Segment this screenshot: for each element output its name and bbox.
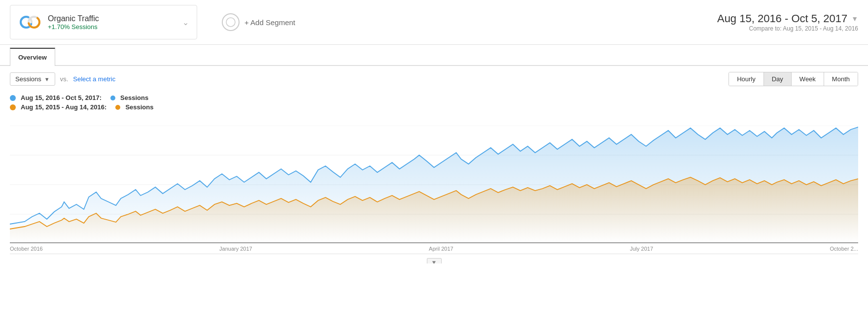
time-buttons: Hourly Day Week Month <box>729 72 858 86</box>
legend-metric-1: Sessions <box>120 94 148 101</box>
legend-row-1: Aug 15, 2016 - Oct 5, 2017: Sessions <box>10 94 858 101</box>
legend-date-1: Aug 15, 2016 - Oct 5, 2017: <box>21 94 102 101</box>
segment-title: Organic Traffic <box>48 14 176 23</box>
legend-dot-orange <box>10 104 16 110</box>
date-range-arrow[interactable]: ▼ <box>851 15 858 23</box>
time-btn-month[interactable]: Month <box>824 72 858 86</box>
chart-controls: Sessions ▼ vs. Select a metric Hourly Da… <box>0 66 868 92</box>
scrollbar-button[interactable]: ▼ <box>427 258 442 263</box>
segment-subtitle: +1.70% Sessions <box>48 23 176 31</box>
date-range-compare: Compare to: Aug 15, 2015 - Aug 14, 2016 <box>717 25 858 32</box>
legend-dot-blue <box>10 95 16 101</box>
scrollbar-area: ▼ <box>10 254 858 263</box>
tabs-bar: Overview <box>0 47 868 66</box>
add-segment-label: + Add Segment <box>244 18 295 27</box>
x-axis: October 2016 January 2017 April 2017 Jul… <box>10 244 858 254</box>
metric-label: Sessions <box>15 75 41 83</box>
x-label-2: January 2017 <box>219 246 252 252</box>
select-metric-link[interactable]: Select a metric <box>73 75 115 83</box>
legend: Aug 15, 2016 - Oct 5, 2017: Sessions Aug… <box>0 92 868 121</box>
chart-container: October 2016 January 2017 April 2017 Jul… <box>0 126 868 263</box>
x-label-1: October 2016 <box>10 246 43 252</box>
segment-icon <box>18 10 42 34</box>
svg-point-4 <box>226 18 235 27</box>
tab-overview[interactable]: Overview <box>10 48 55 66</box>
x-label-3: April 2017 <box>429 246 453 252</box>
top-bar: Organic Traffic +1.70% Sessions ⌄ + Add … <box>0 0 868 45</box>
date-range[interactable]: Aug 15, 2016 - Oct 5, 2017 ▼ Compare to:… <box>717 12 858 32</box>
time-btn-week[interactable]: Week <box>792 72 824 86</box>
add-segment-circle-icon <box>222 13 240 31</box>
legend-dot-orange-circle <box>115 105 120 110</box>
segment-card[interactable]: Organic Traffic +1.70% Sessions ⌄ <box>10 5 197 39</box>
metric-dropdown[interactable]: Sessions ▼ <box>10 72 55 86</box>
vs-label: vs. <box>60 75 69 83</box>
time-btn-hourly[interactable]: Hourly <box>729 72 764 86</box>
legend-row-2: Aug 15, 2015 - Aug 14, 2016: Sessions <box>10 103 858 111</box>
legend-date-2: Aug 15, 2015 - Aug 14, 2016: <box>21 103 106 111</box>
metric-dropdown-arrow-icon: ▼ <box>44 76 50 82</box>
x-label-5: October 2... <box>830 246 858 252</box>
segment-info: Organic Traffic +1.70% Sessions <box>48 14 176 31</box>
chart-area <box>10 126 858 244</box>
x-label-4: July 2017 <box>630 246 653 252</box>
legend-dot-blue-circle <box>110 96 115 100</box>
date-range-main: Aug 15, 2016 - Oct 5, 2017 <box>717 12 847 25</box>
metric-selector: Sessions ▼ vs. Select a metric <box>10 72 115 86</box>
legend-metric-2: Sessions <box>125 103 153 111</box>
time-btn-day[interactable]: Day <box>764 72 792 86</box>
segment-dropdown-arrow[interactable]: ⌄ <box>182 18 189 27</box>
add-segment-button[interactable]: + Add Segment <box>207 8 315 36</box>
chart-svg <box>10 126 858 244</box>
